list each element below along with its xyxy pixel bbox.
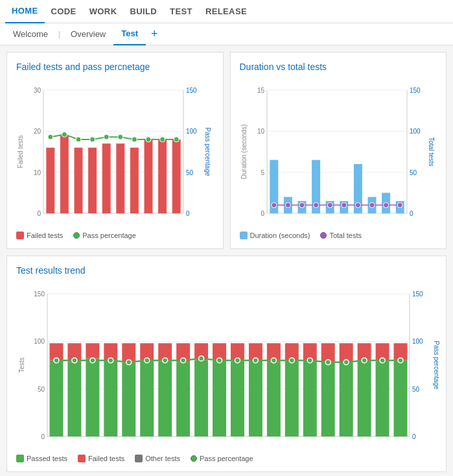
svg-point-146	[325, 360, 331, 365]
svg-text:0: 0	[41, 433, 45, 440]
chart1-legend-failed: Failed tests	[16, 232, 63, 239]
svg-point-147	[343, 360, 349, 365]
svg-rect-113	[249, 361, 262, 436]
chart1-legend-failed-label: Failed tests	[27, 232, 63, 239]
chart1-area: 0102030050100150Failed testsPass percent…	[16, 77, 214, 226]
svg-text:150: 150	[186, 87, 197, 94]
chart2-legend-duration-label: Duration (seconds)	[250, 232, 310, 239]
svg-text:30: 30	[34, 87, 41, 94]
test-results-trend-card: Test results trend 050100150050100150Tes…	[6, 256, 447, 472]
svg-text:100: 100	[186, 128, 197, 135]
svg-point-66	[299, 202, 305, 208]
nav-test[interactable]: TEST	[163, 0, 199, 23]
svg-point-31	[104, 134, 109, 139]
svg-text:50: 50	[412, 386, 420, 393]
svg-point-135	[126, 360, 132, 365]
svg-text:100: 100	[412, 338, 423, 345]
nav-home[interactable]: HOME	[5, 0, 45, 23]
svg-text:0: 0	[37, 210, 41, 217]
chart2-legend-total-label: Total tests	[329, 232, 362, 239]
svg-rect-109	[213, 361, 226, 436]
tab-welcome[interactable]: Welcome	[5, 23, 56, 45]
svg-point-65	[285, 202, 290, 208]
chart3-failed-swatch	[78, 455, 86, 462]
chart3-legend-pass-pct-label: Pass percentage	[200, 455, 253, 462]
svg-rect-97	[104, 361, 117, 436]
svg-rect-18	[60, 136, 69, 213]
svg-text:0: 0	[261, 210, 264, 217]
svg-point-67	[313, 202, 318, 208]
chart1-title: Failed tests and pass percnetage	[16, 62, 214, 72]
svg-rect-20	[88, 148, 97, 213]
svg-text:Total tests: Total tests	[428, 137, 434, 166]
svg-point-69	[341, 202, 346, 208]
duration-chart-card: Duration vs total tests 051015050100150D…	[230, 52, 447, 249]
svg-rect-129	[394, 361, 408, 436]
svg-rect-125	[358, 361, 371, 436]
svg-point-27	[48, 134, 53, 139]
top-charts-row: Failed tests and pass percnetage 0102030…	[6, 52, 447, 249]
svg-rect-117	[285, 361, 299, 436]
svg-text:150: 150	[410, 87, 421, 94]
chart3-legend-failed-label: Failed tests	[88, 455, 124, 462]
svg-text:0: 0	[186, 210, 190, 217]
svg-point-138	[181, 358, 186, 363]
nav-build[interactable]: BUILD	[123, 0, 163, 23]
chart3-area: 050100150050100150TestsPass percentage	[16, 281, 437, 449]
svg-point-35	[160, 137, 165, 142]
svg-rect-21	[102, 143, 111, 213]
svg-point-64	[271, 202, 276, 208]
svg-text:50: 50	[410, 169, 417, 176]
svg-rect-23	[130, 148, 139, 213]
svg-rect-99	[122, 363, 135, 436]
svg-text:5: 5	[261, 169, 264, 176]
svg-text:50: 50	[38, 386, 45, 393]
svg-point-142	[253, 358, 258, 363]
svg-point-32	[118, 134, 123, 139]
svg-rect-101	[140, 361, 154, 436]
svg-point-134	[108, 358, 113, 363]
svg-rect-122	[321, 343, 335, 361]
svg-point-29	[76, 137, 81, 142]
svg-point-131	[54, 358, 59, 363]
chart2-legend-duration: Duration (seconds)	[240, 232, 310, 239]
nav-release[interactable]: RELEASE	[199, 0, 253, 23]
svg-point-139	[199, 356, 204, 361]
nav-code[interactable]: CODE	[45, 0, 83, 23]
add-tab-button[interactable]: +	[146, 27, 163, 41]
chart2-legend-total: Total tests	[320, 232, 362, 239]
svg-point-144	[289, 358, 294, 363]
svg-rect-17	[46, 148, 54, 213]
chart2-area: 051015050100150Duration (seconds)Total t…	[240, 77, 437, 226]
sub-navigation: Welcome | Overview Test +	[0, 23, 453, 45]
chart3-legend-failed: Failed tests	[78, 455, 124, 462]
svg-rect-123	[340, 363, 353, 436]
svg-rect-22	[116, 143, 124, 213]
chart3-legend-other-label: Other tests	[145, 455, 180, 462]
svg-rect-107	[194, 361, 208, 436]
tab-overview[interactable]: Overview	[63, 23, 113, 45]
svg-text:100: 100	[34, 338, 45, 345]
chart3-legend-passed-label: Passed tests	[27, 455, 67, 462]
svg-point-73	[397, 202, 402, 208]
svg-text:50: 50	[186, 169, 194, 176]
nav-work[interactable]: WORK	[83, 0, 124, 23]
svg-rect-121	[321, 361, 335, 436]
chart3-pass-pct-swatch	[191, 455, 197, 462]
chart3-legend: Passed tests Failed tests Other tests Pa…	[16, 455, 437, 462]
svg-rect-127	[376, 361, 389, 436]
svg-point-30	[90, 137, 95, 142]
svg-text:Failed tests: Failed tests	[17, 135, 24, 168]
svg-point-133	[90, 358, 95, 363]
chart1-legend-pass: Pass percentage	[73, 232, 136, 239]
main-content: Failed tests and pass percnetage 0102030…	[0, 45, 453, 476]
svg-text:20: 20	[34, 128, 41, 135]
svg-rect-19	[75, 148, 83, 213]
svg-rect-91	[49, 361, 63, 436]
svg-point-149	[380, 358, 385, 363]
svg-point-141	[235, 358, 240, 363]
tab-test[interactable]: Test	[113, 23, 146, 45]
chart3-title: Test results trend	[16, 265, 437, 276]
svg-rect-105	[176, 363, 190, 436]
svg-point-132	[72, 358, 77, 363]
